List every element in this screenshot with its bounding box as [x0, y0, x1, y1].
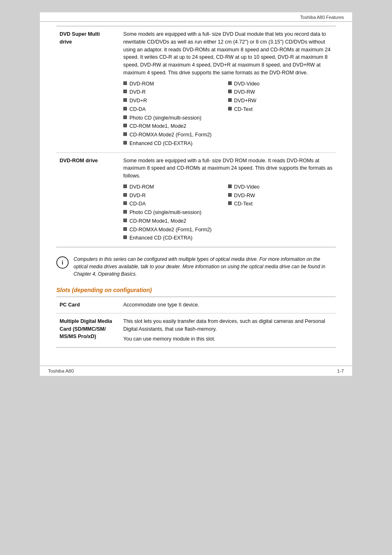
bullet-icon: [123, 235, 127, 239]
dvd-super-multi-row: DVD Super Multidrive Some models are equ…: [56, 26, 336, 153]
list-item: DVD-ROM: [123, 80, 228, 88]
footer-right: 1-7: [337, 368, 344, 373]
bullet-icon: [123, 227, 127, 231]
list-item: Enhanced CD (CD-EXTRA): [123, 234, 332, 242]
list-item: Photo CD (single/multi-session): [123, 209, 332, 216]
bullet-icon: [123, 219, 127, 222]
dvd-rom-formats: DVD-ROM DVD-Video DVD-R: [123, 183, 332, 243]
dvd-rom-desc: Some models are equipped with a full- si…: [120, 152, 336, 247]
list-item: DVD-R: [123, 88, 228, 96]
bullet-icon: [228, 90, 232, 93]
list-item: CD-DA: [123, 106, 228, 113]
multiple-digital-row: Multiple Digital MediaCard (SD/MMC/SM/MS…: [56, 313, 336, 347]
list-item: DVD+RW: [228, 97, 333, 105]
list-item: CD-ROMXA Mode2 (Form1, Form2): [123, 131, 332, 139]
bullet-icon: [228, 193, 232, 197]
pc-card-desc: Accommodate one type II device.: [120, 297, 336, 313]
list-item: DVD-RW: [228, 192, 333, 200]
bullet-icon: [228, 107, 232, 111]
info-icon: i: [56, 256, 69, 269]
list-item: DVD-ROM: [123, 183, 228, 191]
bullet-icon: [123, 115, 127, 119]
list-item: CD-Text: [228, 106, 333, 113]
list-item: DVD-RW: [228, 88, 333, 96]
bullet-icon: [123, 210, 127, 214]
bullet-icon: [123, 184, 127, 188]
bullet-icon: [228, 81, 232, 85]
bullet-icon: [123, 201, 127, 205]
page-header: Toshiba A80 Features: [40, 12, 352, 22]
pc-card-row: PC Card Accommodate one type II device.: [56, 297, 336, 313]
bullet-icon: [123, 98, 127, 102]
list-item: CD-Text: [228, 200, 333, 208]
bullet-icon: [228, 98, 232, 102]
bullet-icon: [123, 141, 127, 145]
bullet-icon: [123, 193, 127, 197]
dvd-super-multi-desc: Some models are equipped with a full- si…: [120, 26, 336, 153]
bullet-icon: [228, 184, 232, 188]
note-box: i Computers in this series can be config…: [56, 253, 336, 280]
dvd-rom-label: DVD-ROM drive: [56, 152, 120, 247]
list-item: Enhanced CD (CD-EXTRA): [123, 140, 332, 147]
page: Toshiba A80 Features DVD Super Multidriv…: [40, 12, 352, 376]
header-title: Toshiba A80 Features: [300, 15, 344, 20]
list-item: DVD-Video: [228, 183, 333, 191]
slots-table: PC Card Accommodate one type II device. …: [56, 297, 336, 348]
list-item: CD-ROM Mode1, Mode2: [123, 122, 332, 130]
footer-left: Toshiba A80: [48, 368, 74, 373]
list-item: CD-ROM Mode1, Mode2: [123, 217, 332, 225]
bullet-icon: [123, 124, 127, 127]
page-footer: Toshiba A80 1-7: [40, 366, 352, 376]
pc-card-label: PC Card: [56, 297, 120, 313]
dvd-super-multi-label: DVD Super Multidrive: [56, 26, 120, 153]
feature-table: DVD Super Multidrive Some models are equ…: [56, 26, 336, 247]
list-item: DVD-Video: [228, 80, 333, 88]
list-item: CD-DA: [123, 200, 228, 208]
bullet-icon: [123, 81, 127, 85]
dvd-rom-row: DVD-ROM drive Some models are equipped w…: [56, 152, 336, 247]
multiple-digital-desc: This slot lets you easily transfer data …: [120, 313, 336, 347]
bullet-icon: [123, 107, 127, 111]
dvd-super-multi-formats: DVD-ROM DVD-Video DVD-R: [123, 80, 332, 148]
bullet-icon: [123, 132, 127, 136]
slots-heading: Slots (depending on configuration): [56, 287, 336, 293]
list-item: Photo CD (single/multi-session): [123, 114, 332, 122]
list-item: DVD-R: [123, 192, 228, 200]
list-item: CD-ROMXA Mode2 (Form1, Form2): [123, 226, 332, 234]
bullet-icon: [123, 90, 127, 93]
bullet-icon: [228, 201, 232, 205]
list-item: DVD+R: [123, 97, 228, 105]
content: DVD Super Multidrive Some models are equ…: [40, 22, 352, 357]
multiple-digital-label: Multiple Digital MediaCard (SD/MMC/SM/MS…: [56, 313, 120, 347]
